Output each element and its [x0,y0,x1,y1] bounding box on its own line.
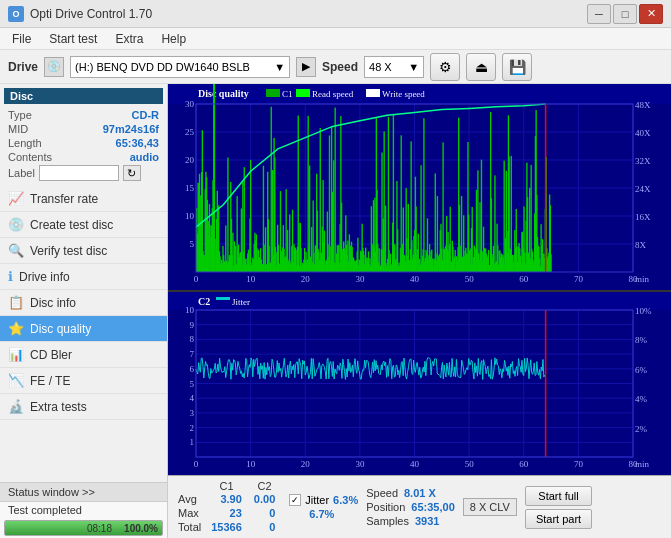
c1-total: 15366 [205,520,248,534]
c1-avg: 3.90 [205,492,248,506]
charts-wrapper [168,84,671,475]
disc-mid-value: 97m24s16f [103,123,159,135]
label-refresh-button[interactable]: ↻ [123,165,141,181]
disc-info-label: Disc info [30,296,76,310]
sidebar-item-disc-quality[interactable]: ⭐ Disc quality [0,316,167,342]
drive-info-label: Drive info [19,270,70,284]
c1-col-header: C1 [205,480,248,492]
bottom-chart [168,292,671,475]
start-part-button[interactable]: Start part [525,509,592,529]
transfer-rate-label: Transfer rate [30,192,98,206]
progress-percent: 100.0% [124,523,158,534]
verify-test-disc-label: Verify test disc [30,244,107,258]
sidebar-item-extra-tests[interactable]: 🔬 Extra tests [0,394,167,420]
main-layout: Disc Type CD-R MID 97m24s16f Length 65:3… [0,84,671,538]
extra-tests-label: Extra tests [30,400,87,414]
disc-contents-label: Contents [8,151,52,163]
speed-dropdown-arrow: ▼ [408,61,419,73]
c2-total: 0 [248,520,281,534]
extra-tests-icon: 🔬 [8,399,24,414]
speed-pos-section: Speed 8.01 X Position 65:35,00 Samples 3… [366,487,455,527]
drive-action-icon[interactable]: ▶ [296,57,316,77]
transfer-rate-icon: 📈 [8,191,24,206]
top-chart-canvas [168,84,671,290]
drive-dropdown-arrow: ▼ [274,61,285,73]
start-full-button[interactable]: Start full [525,486,592,506]
app-title: Opti Drive Control 1.70 [30,7,152,21]
main-content: C1 C2 Avg 3.90 0.00 Max 23 0 Total 15366… [168,84,671,538]
disc-length-label: Length [8,137,42,149]
menu-bar: File Start test Extra Help [0,28,671,50]
fe-te-icon: 📉 [8,373,24,388]
speed-stat-label: Speed [366,487,398,499]
save-button[interactable]: 💾 [502,53,532,81]
position-label: Position [366,501,405,513]
speed-unit-section: 8 X CLV [463,498,517,516]
create-test-disc-label: Create test disc [30,218,113,232]
window-controls: ─ □ ✕ [587,4,663,24]
menu-file[interactable]: File [4,30,39,48]
drive-bar: Drive 💿 (H:) BENQ DVD DD DW1640 BSLB ▼ ▶… [0,50,671,84]
status-window-header[interactable]: Status window >> [0,483,167,502]
verify-test-disc-icon: 🔍 [8,243,24,258]
sidebar-item-verify-test-disc[interactable]: 🔍 Verify test disc [0,238,167,264]
samples-value: 3931 [415,515,439,527]
stats-table: C1 C2 Avg 3.90 0.00 Max 23 0 Total 15366… [174,480,281,534]
speed-label: Speed [322,60,358,74]
jitter-section: ✓ Jitter 6.3% 6.7% [289,494,358,520]
menu-start-test[interactable]: Start test [41,30,105,48]
disc-mid-row: MID 97m24s16f [4,122,163,136]
action-buttons: Start full Start part [525,486,592,529]
c1-max: 23 [205,506,248,520]
disc-type-row: Type CD-R [4,108,163,122]
disc-section-header: Disc [4,88,163,104]
jitter-label: Jitter [305,494,329,506]
bottom-chart-canvas [168,292,671,475]
cd-bler-label: CD Bler [30,348,72,362]
sidebar-item-fe-te[interactable]: 📉 FE / TE [0,368,167,394]
disc-label-input[interactable] [39,165,119,181]
close-button[interactable]: ✕ [639,4,663,24]
sidebar-item-transfer-rate[interactable]: 📈 Transfer rate [0,186,167,212]
disc-quality-icon: ⭐ [8,321,24,336]
disc-quality-label: Disc quality [30,322,91,336]
c2-max: 0 [248,506,281,520]
maximize-button[interactable]: □ [613,4,637,24]
sidebar-item-drive-info[interactable]: ℹ Drive info [0,264,167,290]
avg-label: Avg [174,492,205,506]
jitter-avg: 6.3% [333,494,358,506]
disc-type-value: CD-R [132,109,160,121]
progress-time: 08:18 [87,523,112,534]
speed-unit: 8 X CLV [463,498,517,516]
drive-selector[interactable]: (H:) BENQ DVD DD DW1640 BSLB ▼ [70,56,290,78]
title-bar-left: O Opti Drive Control 1.70 [8,6,152,22]
bottom-stats-bar: C1 C2 Avg 3.90 0.00 Max 23 0 Total 15366… [168,475,671,538]
drive-value: (H:) BENQ DVD DD DW1640 BSLB [75,61,250,73]
minimize-button[interactable]: ─ [587,4,611,24]
sidebar-item-disc-info[interactable]: 📋 Disc info [0,290,167,316]
cd-bler-icon: 📊 [8,347,24,362]
sidebar-item-cd-bler[interactable]: 📊 CD Bler [0,342,167,368]
disc-mid-label: MID [8,123,28,135]
disc-label-row: Label ↻ [4,164,163,182]
eject-button[interactable]: ⏏ [466,53,496,81]
jitter-checkbox[interactable]: ✓ [289,494,301,506]
fe-te-label: FE / TE [30,374,70,388]
disc-contents-row: Contents audio [4,150,163,164]
drive-disc-icon: 💿 [44,57,64,77]
disc-type-label: Type [8,109,32,121]
max-label: Max [174,506,205,520]
disc-length-row: Length 65:36,43 [4,136,163,150]
disc-info-icon: 📋 [8,295,24,310]
drive-info-icon: ℹ [8,269,13,284]
speed-stat-value: 8.01 X [404,487,436,499]
speed-selector[interactable]: 48 X ▼ [364,56,424,78]
total-label: Total [174,520,205,534]
menu-extra[interactable]: Extra [107,30,151,48]
top-chart [168,84,671,292]
menu-help[interactable]: Help [153,30,194,48]
sidebar-item-create-test-disc[interactable]: 💿 Create test disc [0,212,167,238]
title-bar: O Opti Drive Control 1.70 ─ □ ✕ [0,0,671,28]
create-test-disc-icon: 💿 [8,217,24,232]
settings-button[interactable]: ⚙ [430,53,460,81]
